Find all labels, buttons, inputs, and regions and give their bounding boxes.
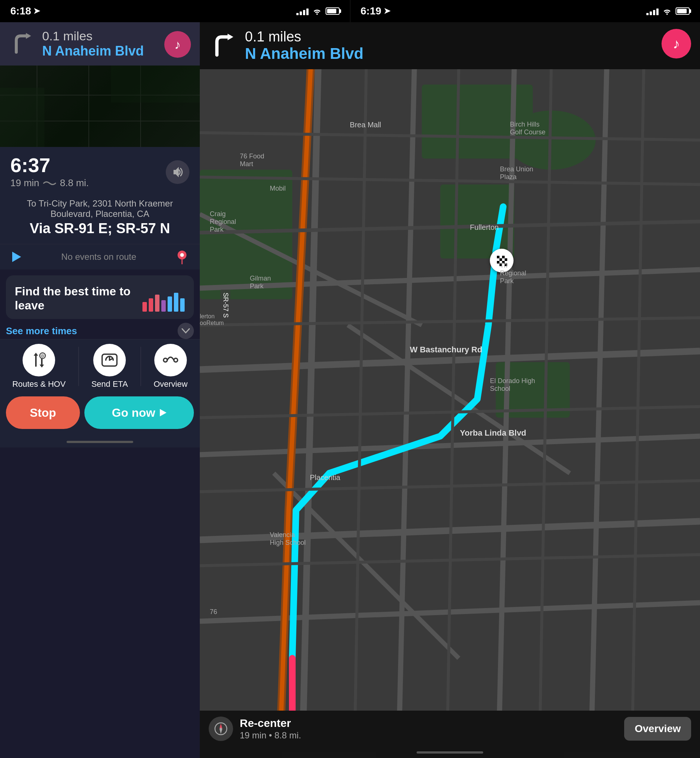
- go-now-button[interactable]: Go now: [84, 396, 194, 429]
- recenter-button[interactable]: [209, 717, 233, 741]
- chevron-down-button[interactable]: [178, 323, 194, 339]
- compass-icon: [214, 721, 228, 736]
- status-time-right: 6:19 ➤: [361, 5, 390, 17]
- pin-button[interactable]: [175, 249, 189, 264]
- location-arrow-right: ➤: [384, 6, 390, 16]
- svg-rect-57: [497, 256, 500, 258]
- status-icons-right: [646, 7, 690, 15]
- svg-point-9: [180, 253, 184, 257]
- main-content: 0.1 miles N Anaheim Blvd ♪: [0, 22, 700, 758]
- sr57-label: SR-57 S: [220, 290, 231, 321]
- sound-icon: [171, 166, 184, 179]
- battery-icon-right: [676, 8, 690, 15]
- checkered-flag-icon: [494, 253, 509, 268]
- svg-rect-64: [505, 263, 507, 266]
- events-play-button[interactable]: [10, 251, 23, 263]
- events-text: No events on route: [29, 252, 169, 262]
- recenter-subtitle: 19 min • 8.8 mi.: [240, 730, 617, 741]
- location-arrow-left: ➤: [33, 6, 40, 16]
- svg-text:◇: ◇: [41, 354, 44, 358]
- time-right: 6:19: [361, 5, 381, 17]
- destination-route: Via SR-91 E; SR-57 N: [10, 221, 189, 236]
- traffic-chart: [141, 283, 185, 313]
- stop-button[interactable]: Stop: [6, 396, 80, 429]
- status-bar-left: 6:18 ➤: [0, 0, 350, 22]
- svg-marker-26: [228, 33, 233, 40]
- best-time-title: Find the best time to leave: [15, 284, 135, 313]
- svg-rect-14: [167, 296, 172, 312]
- divider-1: [78, 347, 79, 386]
- status-icons-left: [296, 7, 340, 15]
- svg-rect-61: [497, 261, 500, 263]
- see-more-link[interactable]: See more times: [6, 325, 77, 337]
- music-button-left[interactable]: ♪: [164, 31, 191, 58]
- destination-address: To Tri-City Park, 2301 North Kraemer Bou…: [10, 198, 189, 219]
- go-play-icon: [160, 409, 167, 417]
- routes-hov-label: Routes & HOV: [12, 379, 66, 389]
- music-note-icon-right: ♪: [673, 36, 680, 52]
- sound-button[interactable]: [166, 160, 189, 184]
- turn-info-right: 0.1 miles N Anaheim Blvd: [245, 29, 364, 63]
- music-button-right[interactable]: ♪: [661, 29, 691, 58]
- overview-button-right[interactable]: Overview: [624, 717, 691, 741]
- svg-rect-7: [111, 66, 200, 103]
- right-panel: 0.1 miles N Anaheim Blvd ♪: [200, 22, 700, 758]
- routes-hov-button[interactable]: ◇ Routes & HOV: [12, 344, 66, 389]
- see-more-row: See more times: [0, 319, 200, 339]
- map-area[interactable]: Brea Mall 76 FoodMart Mobil Birch HillsG…: [200, 69, 700, 711]
- turn-distance-right: 0.1 miles: [245, 29, 364, 45]
- svg-rect-6: [0, 88, 44, 147]
- status-bar: 6:18 ➤ 6:19 ➤: [0, 0, 700, 22]
- svg-rect-60: [505, 258, 507, 261]
- send-eta-label: Send ETA: [91, 379, 128, 389]
- overview-action-button[interactable]: Overview: [153, 344, 188, 389]
- pin-icon: [176, 249, 188, 264]
- map-preview-left: [0, 66, 200, 147]
- eta-minutes: 19 min: [10, 177, 39, 189]
- svg-rect-59: [500, 258, 502, 261]
- turn-street-right: N Anaheim Blvd: [245, 45, 364, 63]
- wifi-icon-left: [312, 8, 322, 15]
- eta-card: 6:37 19 min 8.8 mi.: [0, 147, 200, 195]
- send-eta-icon: [100, 351, 119, 370]
- map-svg: [200, 69, 700, 711]
- home-bar-right: [417, 751, 483, 753]
- svg-rect-16: [180, 298, 184, 312]
- svg-rect-11: [149, 298, 153, 312]
- svg-marker-0: [26, 33, 31, 39]
- go-now-label: Go now: [112, 406, 155, 420]
- overview-action-label: Overview: [153, 379, 188, 389]
- svg-rect-12: [155, 294, 159, 312]
- divider-2: [141, 347, 141, 386]
- map-bottom-bar: Re-center 19 min • 8.8 mi. Overview: [200, 711, 700, 747]
- home-indicator-left: [0, 436, 200, 448]
- eta-time: 6:37: [10, 155, 160, 175]
- routes-hov-icon: ◇: [29, 351, 48, 370]
- music-note-icon-left: ♪: [175, 38, 181, 52]
- turn-header-right: 0.1 miles N Anaheim Blvd ♪: [200, 22, 700, 69]
- battery-icon-left: [326, 8, 340, 15]
- events-row: No events on route: [0, 244, 200, 269]
- signal-icon-left: [296, 7, 309, 15]
- svg-marker-17: [34, 353, 38, 356]
- svg-rect-62: [502, 261, 505, 263]
- destination-marker: [490, 249, 514, 273]
- svg-rect-10: [142, 302, 147, 312]
- home-indicator-right: [200, 747, 700, 758]
- svg-marker-18: [40, 365, 44, 368]
- left-panel: 0.1 miles N Anaheim Blvd ♪: [0, 22, 200, 758]
- bottom-actions: ◇ Routes & HOV Send ETA: [0, 339, 200, 391]
- destination-info: To Tri-City Park, 2301 North Kraemer Bou…: [0, 195, 200, 244]
- send-eta-button[interactable]: Send ETA: [91, 344, 128, 389]
- svg-rect-29: [200, 170, 292, 299]
- home-bar-left: [67, 441, 133, 443]
- wifi-icon-right: [662, 8, 672, 15]
- svg-rect-58: [502, 256, 505, 258]
- turn-arrow-right: [209, 30, 238, 61]
- chevron-down-icon: [182, 328, 190, 334]
- svg-rect-63: [500, 263, 502, 266]
- svg-rect-13: [161, 300, 166, 312]
- overview-label-right: Overview: [634, 723, 681, 735]
- play-triangle-icon: [12, 252, 21, 262]
- status-time-left: 6:18 ➤: [10, 5, 40, 17]
